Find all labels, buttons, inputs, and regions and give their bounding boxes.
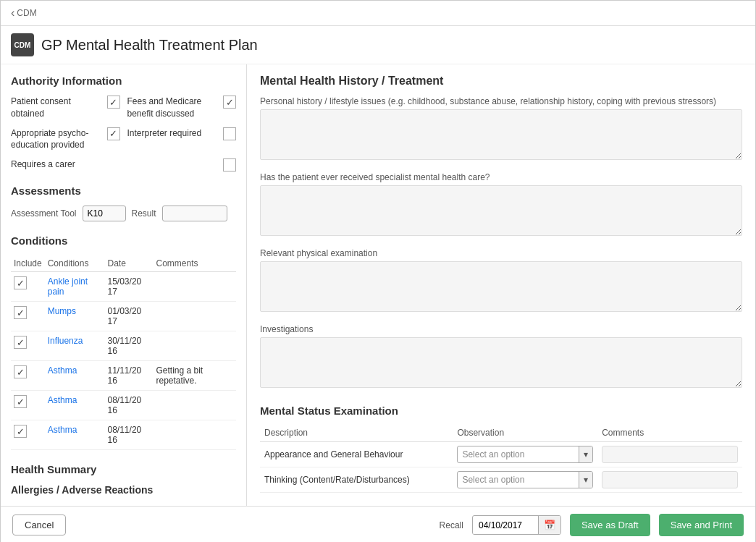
patient-consent-item: Patient consent obtained <box>11 96 120 120</box>
condition-name[interactable]: Influenza <box>48 336 83 346</box>
fees-medicare-checkbox[interactable] <box>223 96 236 109</box>
top-nav: CDM <box>1 1 755 26</box>
condition-name[interactable]: Asthma <box>48 395 77 405</box>
mh-label-0: Personal history / lifestyle issues (e.g… <box>260 96 742 106</box>
condition-include-checkbox[interactable] <box>14 425 27 438</box>
mh-textarea-0[interactable] <box>260 109 742 160</box>
recall-calendar-button[interactable]: 📅 <box>538 516 560 534</box>
back-nav[interactable]: CDM <box>11 7 37 20</box>
condition-date: 01/03/20 17 <box>105 302 154 331</box>
condition-comments <box>153 391 236 420</box>
recall-date-input[interactable] <box>473 517 538 534</box>
app-container: CDM CDM GP Mental Health Treatment Plan … <box>0 0 756 542</box>
table-row: Asthma 08/11/20 16 <box>11 420 236 450</box>
mse-comment-input[interactable] <box>602 471 738 488</box>
footer-left: Cancel <box>12 515 66 535</box>
mse-description: Thinking (Content/Rate/Disturbances) <box>260 467 453 493</box>
mse-col-description: Description <box>260 424 453 442</box>
mh-label-2: Relevant physical examination <box>260 248 742 258</box>
condition-name[interactable]: Asthma <box>48 365 77 376</box>
right-panel: Mental Health History / Treatment Person… <box>247 64 755 506</box>
footer-right: Recall 📅 Save as Draft Save and Print <box>440 514 744 536</box>
mh-textarea-2[interactable] <box>260 261 742 312</box>
interpreter-checkbox[interactable] <box>223 127 236 140</box>
psycho-education-item: Appropriate psycho-education provided <box>11 127 120 152</box>
mse-observation-select[interactable]: Select an option <box>458 472 579 488</box>
mse-description: Appearance and General Behaviour <box>260 442 453 467</box>
mse-title: Mental Status Examination <box>260 405 742 417</box>
assessments-section: Assessments Assessment Tool Result <box>11 185 236 221</box>
mh-history-title: Mental Health History / Treatment <box>260 75 742 88</box>
interpreter-label: Interpreter required <box>127 127 219 140</box>
save-draft-button[interactable]: Save as Draft <box>570 514 650 536</box>
col-include: Include <box>11 255 45 272</box>
mse-comment-input[interactable] <box>602 446 738 463</box>
assessment-tool-input[interactable] <box>83 206 126 221</box>
authority-row-1: Patient consent obtained Fees and Medica… <box>11 96 236 120</box>
mh-field-2: Relevant physical examination <box>260 248 742 324</box>
mse-section: Mental Status Examination Description Ob… <box>260 405 742 493</box>
mh-label-1: Has the patient ever received specialist… <box>260 172 742 182</box>
main-content: Authority Information Patient consent ob… <box>1 64 755 506</box>
mse-row: Thinking (Content/Rate/Disturbances) Sel… <box>260 467 742 493</box>
interpreter-item: Interpreter required <box>127 127 237 140</box>
mse-col-comments: Comments <box>597 424 742 442</box>
mh-textarea-3[interactable] <box>260 337 742 388</box>
condition-date: 08/11/20 16 <box>105 391 154 420</box>
result-input[interactable] <box>162 206 227 221</box>
condition-name[interactable]: Mumps <box>48 306 76 316</box>
left-panel: Authority Information Patient consent ob… <box>1 64 247 506</box>
health-summary-section: Health Summary <box>11 463 236 475</box>
save-print-button[interactable]: Save and Print <box>659 514 744 536</box>
header-logo: CDM <box>11 33 34 56</box>
condition-comments <box>153 331 236 361</box>
table-row: Asthma 08/11/20 16 <box>11 391 236 420</box>
mse-select-arrow-icon: ▾ <box>579 472 592 488</box>
cancel-button[interactable]: Cancel <box>12 515 66 535</box>
health-summary-title: Health Summary <box>11 463 236 475</box>
patient-consent-label: Patient consent obtained <box>11 96 103 120</box>
mse-table: Description Observation Comments Appeara… <box>260 424 742 493</box>
condition-comments: Getting a bit repetative. <box>153 361 236 391</box>
mh-textarea-1[interactable] <box>260 185 742 236</box>
table-row: Influenza 30/11/20 16 <box>11 331 236 361</box>
authority-row-2: Appropriate psycho-education provided In… <box>11 127 236 152</box>
condition-include-checkbox[interactable] <box>14 336 27 349</box>
carer-item: Requires a carer <box>11 158 236 172</box>
table-row: Ankle joint pain 15/03/20 17 <box>11 272 236 302</box>
authority-section: Authority Information Patient consent ob… <box>11 75 236 172</box>
assessment-tool-label: Assessment Tool <box>11 208 77 219</box>
conditions-section: Conditions Include Conditions Date Comme… <box>11 234 236 450</box>
psycho-education-label: Appropriate psycho-education provided <box>11 127 103 152</box>
mh-field-1: Has the patient ever received specialist… <box>260 172 742 248</box>
assessment-row: Assessment Tool Result <box>11 206 236 221</box>
col-conditions: Conditions <box>45 255 105 272</box>
mse-select-wrapper: Select an option ▾ <box>457 446 593 463</box>
conditions-title: Conditions <box>11 234 236 247</box>
mse-observation-select[interactable]: Select an option <box>458 446 579 462</box>
table-row: Asthma 11/11/20 16 Getting a bit repetat… <box>11 361 236 391</box>
fees-medicare-item: Fees and Medicare benefit discussed <box>127 96 237 120</box>
condition-date: 11/11/20 16 <box>105 361 154 391</box>
mh-label-3: Investigations <box>260 324 742 334</box>
patient-consent-checkbox[interactable] <box>107 96 120 109</box>
condition-include-checkbox[interactable] <box>14 395 27 408</box>
condition-name[interactable]: Ankle joint pain <box>48 276 88 297</box>
condition-name[interactable]: Asthma <box>48 425 77 435</box>
authority-title: Authority Information <box>11 75 236 87</box>
condition-include-checkbox[interactable] <box>14 365 27 378</box>
footer: Cancel Recall 📅 Save as Draft Save and P… <box>1 506 755 542</box>
col-comments: Comments <box>153 255 236 272</box>
condition-include-checkbox[interactable] <box>14 276 27 289</box>
mse-select-wrapper: Select an option ▾ <box>457 471 593 488</box>
mh-field-0: Personal history / lifestyle issues (e.g… <box>260 96 742 172</box>
psycho-education-checkbox[interactable] <box>107 127 120 140</box>
condition-comments <box>153 302 236 331</box>
recall-date-wrapper: 📅 <box>472 515 561 535</box>
mh-field-3: Investigations <box>260 324 742 400</box>
condition-comments <box>153 420 236 450</box>
allergies-title: Allergies / Adverse Reactions <box>11 484 236 496</box>
fees-medicare-label: Fees and Medicare benefit discussed <box>127 96 219 120</box>
carer-checkbox[interactable] <box>223 158 236 172</box>
condition-include-checkbox[interactable] <box>14 306 27 319</box>
